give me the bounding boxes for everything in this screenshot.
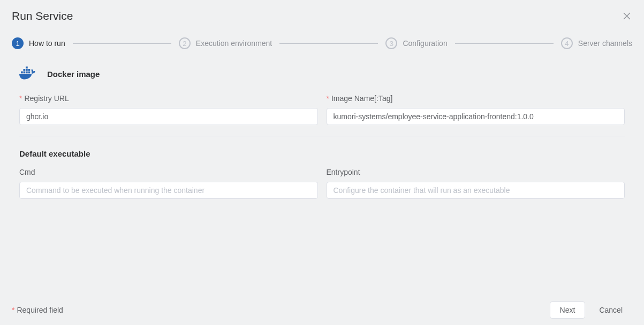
required-asterisk: * bbox=[19, 94, 22, 103]
step-configuration[interactable]: 3 Configuration bbox=[385, 37, 447, 49]
svg-rect-4 bbox=[24, 69, 26, 71]
svg-rect-0 bbox=[21, 72, 23, 74]
step-connector bbox=[73, 43, 171, 44]
docker-section-title: Docker image bbox=[47, 69, 100, 79]
step-number: 3 bbox=[385, 37, 397, 49]
image-name-input[interactable] bbox=[327, 108, 625, 125]
step-how-to-run[interactable]: 1 How to run bbox=[12, 37, 65, 49]
svg-rect-5 bbox=[26, 69, 28, 71]
step-label: Configuration bbox=[403, 39, 447, 48]
registry-url-label: *Registry URL bbox=[19, 94, 318, 103]
image-name-group: *Image Name[:Tag] bbox=[327, 94, 625, 125]
footer-buttons: Next Cancel bbox=[550, 301, 632, 319]
step-number: 2 bbox=[179, 37, 191, 49]
executable-form-row: Cmd Entrypoint bbox=[19, 168, 625, 199]
run-service-dialog: Run Service 1 How to run 2 Execution env… bbox=[0, 0, 644, 325]
svg-rect-7 bbox=[26, 67, 28, 69]
dialog-title: Run Service bbox=[12, 10, 73, 22]
docker-form-row: *Registry URL *Image Name[:Tag] bbox=[19, 94, 625, 125]
registry-url-input[interactable] bbox=[19, 108, 318, 125]
cmd-group: Cmd bbox=[19, 168, 318, 199]
step-label: Server channels bbox=[578, 39, 632, 48]
required-asterisk: * bbox=[327, 94, 329, 103]
next-button[interactable]: Next bbox=[550, 301, 586, 319]
step-label: How to run bbox=[29, 39, 65, 48]
cmd-label: Cmd bbox=[19, 168, 318, 176]
entrypoint-group: Entrypoint bbox=[327, 168, 625, 199]
entrypoint-input[interactable] bbox=[327, 182, 625, 199]
svg-rect-2 bbox=[26, 72, 28, 74]
executable-section-title: Default executable bbox=[19, 149, 625, 158]
required-field-note: *Required field bbox=[12, 306, 63, 314]
step-label: Execution environment bbox=[196, 39, 272, 48]
close-button[interactable] bbox=[622, 11, 632, 21]
docker-icon bbox=[19, 66, 39, 81]
image-name-label: *Image Name[:Tag] bbox=[327, 94, 625, 103]
entrypoint-label: Entrypoint bbox=[327, 168, 625, 176]
cancel-button[interactable]: Cancel bbox=[589, 301, 632, 319]
section-divider bbox=[19, 136, 625, 136]
docker-section-header: Docker image bbox=[19, 66, 625, 81]
svg-rect-1 bbox=[24, 72, 26, 74]
close-icon bbox=[623, 12, 631, 20]
svg-rect-3 bbox=[28, 72, 31, 74]
dialog-content: Docker image *Registry URL *Image Name[:… bbox=[0, 49, 644, 199]
registry-url-group: *Registry URL bbox=[19, 94, 318, 125]
step-number: 4 bbox=[561, 37, 573, 49]
dialog-header: Run Service bbox=[0, 0, 644, 22]
step-execution-environment[interactable]: 2 Execution environment bbox=[179, 37, 272, 49]
step-number: 1 bbox=[12, 37, 24, 49]
step-connector bbox=[279, 43, 378, 44]
step-server-channels[interactable]: 4 Server channels bbox=[561, 37, 632, 49]
cmd-input[interactable] bbox=[19, 182, 318, 199]
step-connector bbox=[455, 43, 554, 44]
wizard-stepper: 1 How to run 2 Execution environment 3 C… bbox=[0, 22, 644, 49]
dialog-footer: *Required field Next Cancel bbox=[0, 301, 644, 319]
svg-rect-6 bbox=[28, 69, 31, 71]
required-asterisk: * bbox=[12, 306, 14, 314]
